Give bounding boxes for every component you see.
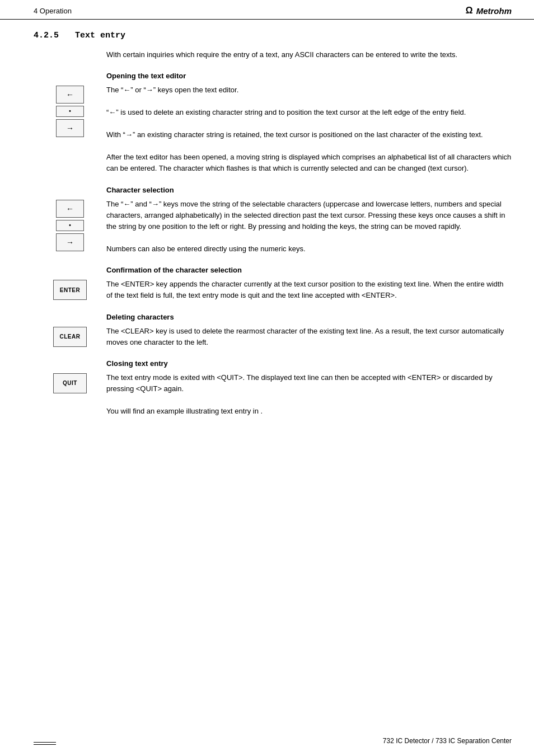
subsection-character-title: Character selection — [106, 186, 512, 194]
subsection-closing-body: QUIT The text entry mode is exited with … — [34, 372, 512, 395]
key-area-quit: QUIT — [34, 372, 106, 393]
header-chapter: 4 Operation — [34, 7, 72, 15]
subsection-character: Character selection ← • → The “←” and “→… — [34, 186, 512, 255]
closing-text: The text entry mode is exited with <QUIT… — [106, 372, 512, 395]
subsection-deleting: Deleting characters CLEAR The <CLEAR> ke… — [34, 313, 512, 348]
character-text: The “←” and “→” keys move the string of … — [106, 199, 512, 255]
last-paragraph: You will find an example illustrating te… — [106, 406, 512, 417]
subsection-confirmation-body: ENTER The <ENTER> key appends the charac… — [34, 279, 512, 301]
main-content: 4.2.5 Text entry With certain inquiries … — [0, 20, 534, 439]
footer-page-label: 732 IC Detector / 733 IC Separation Cent… — [383, 737, 512, 745]
key-area-enter: ENTER — [34, 279, 106, 300]
subsection-confirmation-title: Confirmation of the character selection — [106, 266, 512, 274]
header-logo: Ω Metrohm — [466, 6, 512, 16]
subsection-opening-body: ← • → The “←” or “→” keys open the text … — [34, 84, 512, 175]
key-clear[interactable]: CLEAR — [53, 327, 87, 347]
key-area-character: ← • → — [34, 199, 106, 251]
key-dot-2[interactable]: • — [56, 220, 84, 231]
intro-paragraph: With certain inquiries which require the… — [106, 49, 512, 60]
key-area-opening: ← • → — [34, 84, 106, 137]
omega-icon: Ω — [466, 6, 473, 16]
footer-line-1 — [34, 742, 56, 743]
deleting-text: The <CLEAR> key is used to delete the re… — [106, 326, 512, 348]
subsection-confirmation: Confirmation of the character selection … — [34, 266, 512, 301]
page: 4 Operation Ω Metrohm 4.2.5 Text entry W… — [0, 0, 534, 756]
footer-line-2 — [34, 744, 56, 745]
key-area-clear: CLEAR — [34, 326, 106, 347]
footer-lines — [34, 742, 56, 745]
subsection-closing-title: Closing text entry — [106, 359, 512, 368]
confirmation-text: The <ENTER> key appends the character cu… — [106, 279, 512, 301]
key-left-arrow[interactable]: ← — [56, 86, 84, 104]
subsection-closing: Closing text entry QUIT The text entry m… — [34, 359, 512, 395]
subsection-deleting-body: CLEAR The <CLEAR> key is used to delete … — [34, 326, 512, 348]
key-right-arrow[interactable]: → — [56, 119, 84, 137]
metrohm-brand: Metrohm — [476, 6, 512, 16]
key-right-arrow-2[interactable]: → — [56, 233, 84, 251]
section-title: 4.2.5 Text entry — [34, 31, 512, 40]
subsection-deleting-title: Deleting characters — [106, 313, 512, 321]
page-header: 4 Operation Ω Metrohm — [0, 0, 534, 20]
subsection-opening: Opening the text editor ← • → The “←” or… — [34, 72, 512, 175]
key-dot[interactable]: • — [56, 106, 84, 117]
subsection-character-body: ← • → The “←” and “→” keys move the stri… — [34, 199, 512, 255]
subsection-opening-title: Opening the text editor — [106, 72, 512, 80]
key-enter[interactable]: ENTER — [53, 280, 87, 300]
page-footer: 732 IC Detector / 733 IC Separation Cent… — [34, 737, 512, 745]
key-quit[interactable]: QUIT — [53, 373, 87, 393]
opening-text: The “←” or “→” keys open the text editor… — [106, 84, 512, 175]
key-left-arrow-2[interactable]: ← — [56, 200, 84, 218]
